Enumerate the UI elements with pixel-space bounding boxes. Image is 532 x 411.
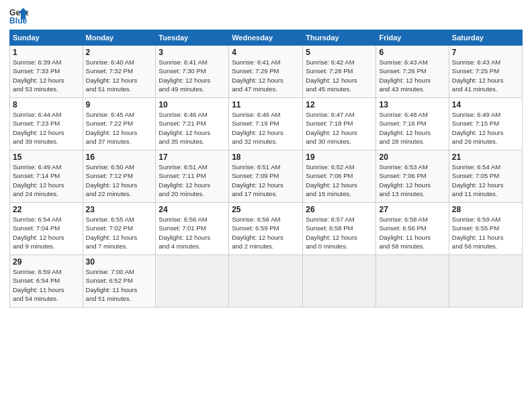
calendar-cell: 12Sunrise: 6:47 AMSunset: 7:18 PMDayligh… — [303, 98, 376, 150]
day-number: 2 — [86, 48, 153, 57]
week-row-2: 15Sunrise: 6:49 AMSunset: 7:14 PMDayligh… — [10, 150, 523, 203]
calendar-cell: 30Sunrise: 7:00 AMSunset: 6:52 PMDayligh… — [83, 255, 156, 308]
calendar-cell: 29Sunrise: 6:59 AMSunset: 6:54 PMDayligh… — [10, 255, 83, 308]
day-info: Sunrise: 6:51 AMSunset: 7:09 PMDaylight:… — [232, 163, 300, 198]
calendar-cell: 10Sunrise: 6:46 AMSunset: 7:21 PMDayligh… — [156, 98, 229, 150]
col-header-friday: Friday — [376, 30, 449, 46]
day-number: 18 — [232, 152, 300, 162]
day-number: 22 — [13, 205, 80, 214]
day-number: 7 — [452, 48, 519, 57]
calendar-cell: 24Sunrise: 6:56 AMSunset: 7:01 PMDayligh… — [156, 203, 229, 255]
col-header-tuesday: Tuesday — [156, 30, 229, 46]
calendar-table: SundayMondayTuesdayWednesdayThursdayFrid… — [9, 30, 523, 308]
day-info: Sunrise: 6:41 AMSunset: 7:30 PMDaylight:… — [159, 58, 226, 93]
day-number: 29 — [13, 257, 80, 267]
calendar-cell: 26Sunrise: 6:57 AMSunset: 6:58 PMDayligh… — [303, 203, 376, 255]
day-number: 15 — [13, 152, 80, 162]
day-number: 17 — [159, 152, 226, 162]
day-info: Sunrise: 6:53 AMSunset: 7:06 PMDaylight:… — [379, 163, 445, 198]
day-info: Sunrise: 7:00 AMSunset: 6:52 PMDaylight:… — [86, 267, 153, 303]
week-row-0: 1Sunrise: 6:39 AMSunset: 7:33 PMDaylight… — [10, 46, 523, 98]
col-header-saturday: Saturday — [449, 30, 522, 46]
day-number: 4 — [232, 48, 300, 57]
calendar-cell: 19Sunrise: 6:52 AMSunset: 7:06 PMDayligh… — [303, 150, 376, 203]
calendar-cell: 22Sunrise: 6:54 AMSunset: 7:04 PMDayligh… — [10, 203, 83, 255]
day-info: Sunrise: 6:47 AMSunset: 7:18 PMDaylight:… — [306, 110, 373, 146]
day-number: 13 — [379, 100, 445, 109]
day-number: 9 — [86, 100, 153, 109]
day-info: Sunrise: 6:52 AMSunset: 7:06 PMDaylight:… — [306, 163, 373, 198]
week-row-4: 29Sunrise: 6:59 AMSunset: 6:54 PMDayligh… — [10, 255, 523, 308]
day-number: 25 — [232, 205, 300, 214]
day-number: 11 — [232, 100, 300, 109]
calendar-cell: 20Sunrise: 6:53 AMSunset: 7:06 PMDayligh… — [376, 150, 449, 203]
week-row-1: 8Sunrise: 6:44 AMSunset: 7:23 PMDaylight… — [10, 98, 523, 150]
day-number: 6 — [379, 48, 445, 57]
column-headers: SundayMondayTuesdayWednesdayThursdayFrid… — [10, 30, 523, 46]
calendar-cell: 4Sunrise: 6:41 AMSunset: 7:29 PMDaylight… — [229, 46, 303, 98]
day-number: 23 — [86, 205, 153, 214]
calendar-cell: 8Sunrise: 6:44 AMSunset: 7:23 PMDaylight… — [10, 98, 83, 150]
calendar-cell: 25Sunrise: 6:56 AMSunset: 6:59 PMDayligh… — [229, 203, 303, 255]
day-info: Sunrise: 6:54 AMSunset: 7:05 PMDaylight:… — [452, 163, 519, 198]
logo: General Blue — [9, 7, 28, 26]
calendar-cell: 6Sunrise: 6:43 AMSunset: 7:26 PMDaylight… — [376, 46, 449, 98]
day-info: Sunrise: 6:45 AMSunset: 7:22 PMDaylight:… — [86, 110, 153, 146]
col-header-thursday: Thursday — [303, 30, 376, 46]
calendar-cell: 11Sunrise: 6:46 AMSunset: 7:19 PMDayligh… — [229, 98, 303, 150]
day-info: Sunrise: 6:59 AMSunset: 6:55 PMDaylight:… — [452, 215, 519, 250]
day-info: Sunrise: 6:48 AMSunset: 7:16 PMDaylight:… — [379, 110, 445, 146]
calendar-cell — [376, 255, 449, 308]
day-info: Sunrise: 6:41 AMSunset: 7:29 PMDaylight:… — [232, 58, 300, 93]
calendar-cell: 13Sunrise: 6:48 AMSunset: 7:16 PMDayligh… — [376, 98, 449, 150]
day-info: Sunrise: 6:50 AMSunset: 7:12 PMDaylight:… — [86, 163, 153, 198]
calendar-cell: 9Sunrise: 6:45 AMSunset: 7:22 PMDaylight… — [83, 98, 156, 150]
day-info: Sunrise: 6:43 AMSunset: 7:25 PMDaylight:… — [452, 58, 519, 93]
day-number: 10 — [159, 100, 226, 109]
day-info: Sunrise: 6:46 AMSunset: 7:19 PMDaylight:… — [232, 110, 300, 146]
day-number: 14 — [452, 100, 519, 109]
day-info: Sunrise: 6:42 AMSunset: 7:28 PMDaylight:… — [306, 58, 373, 93]
day-info: Sunrise: 6:56 AMSunset: 7:01 PMDaylight:… — [159, 215, 226, 250]
calendar-cell: 16Sunrise: 6:50 AMSunset: 7:12 PMDayligh… — [83, 150, 156, 203]
day-number: 28 — [452, 205, 519, 214]
day-info: Sunrise: 6:49 AMSunset: 7:15 PMDaylight:… — [452, 110, 519, 146]
day-number: 30 — [86, 257, 153, 267]
calendar-body: 1Sunrise: 6:39 AMSunset: 7:33 PMDaylight… — [10, 46, 523, 308]
calendar-cell: 21Sunrise: 6:54 AMSunset: 7:05 PMDayligh… — [449, 150, 522, 203]
day-number: 21 — [452, 152, 519, 162]
calendar-cell — [303, 255, 376, 308]
day-info: Sunrise: 6:51 AMSunset: 7:11 PMDaylight:… — [159, 163, 226, 198]
calendar-cell — [449, 255, 522, 308]
col-header-monday: Monday — [83, 30, 156, 46]
day-number: 20 — [379, 152, 445, 162]
day-info: Sunrise: 6:55 AMSunset: 7:02 PMDaylight:… — [86, 215, 153, 250]
day-info: Sunrise: 6:54 AMSunset: 7:04 PMDaylight:… — [13, 215, 80, 250]
day-number: 1 — [13, 48, 80, 57]
day-info: Sunrise: 6:56 AMSunset: 6:59 PMDaylight:… — [232, 215, 300, 250]
day-info: Sunrise: 6:39 AMSunset: 7:33 PMDaylight:… — [13, 58, 80, 93]
calendar-cell: 15Sunrise: 6:49 AMSunset: 7:14 PMDayligh… — [10, 150, 83, 203]
calendar-cell: 5Sunrise: 6:42 AMSunset: 7:28 PMDaylight… — [303, 46, 376, 98]
calendar-cell: 3Sunrise: 6:41 AMSunset: 7:30 PMDaylight… — [156, 46, 229, 98]
calendar-cell: 28Sunrise: 6:59 AMSunset: 6:55 PMDayligh… — [449, 203, 522, 255]
day-info: Sunrise: 6:57 AMSunset: 6:58 PMDaylight:… — [306, 215, 373, 250]
calendar-cell: 23Sunrise: 6:55 AMSunset: 7:02 PMDayligh… — [83, 203, 156, 255]
calendar-cell: 18Sunrise: 6:51 AMSunset: 7:09 PMDayligh… — [229, 150, 303, 203]
day-number: 8 — [13, 100, 80, 109]
day-info: Sunrise: 6:58 AMSunset: 6:56 PMDaylight:… — [379, 215, 445, 250]
day-info: Sunrise: 6:49 AMSunset: 7:14 PMDaylight:… — [13, 163, 80, 198]
day-number: 19 — [306, 152, 373, 162]
calendar-cell: 27Sunrise: 6:58 AMSunset: 6:56 PMDayligh… — [376, 203, 449, 255]
week-row-3: 22Sunrise: 6:54 AMSunset: 7:04 PMDayligh… — [10, 203, 523, 255]
day-number: 16 — [86, 152, 153, 162]
col-header-wednesday: Wednesday — [229, 30, 303, 46]
col-header-sunday: Sunday — [10, 30, 83, 46]
calendar-cell: 17Sunrise: 6:51 AMSunset: 7:11 PMDayligh… — [156, 150, 229, 203]
day-number: 26 — [306, 205, 373, 214]
day-info: Sunrise: 6:59 AMSunset: 6:54 PMDaylight:… — [13, 267, 80, 303]
day-number: 5 — [306, 48, 373, 57]
page-container: General Blue SundayMondayTuesdayWednesda… — [0, 0, 532, 314]
day-info: Sunrise: 6:43 AMSunset: 7:26 PMDaylight:… — [379, 58, 445, 93]
calendar-cell: 1Sunrise: 6:39 AMSunset: 7:33 PMDaylight… — [10, 46, 83, 98]
